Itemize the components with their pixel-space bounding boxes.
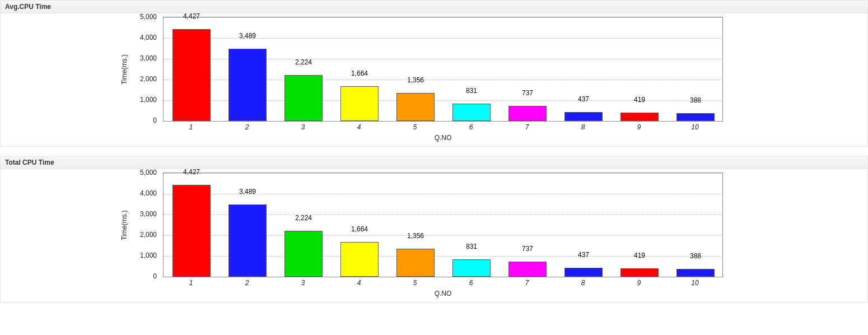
bar-value-label: 831 bbox=[466, 87, 477, 95]
y-tick-label: 2,000 bbox=[126, 75, 157, 83]
chart-1: 01,0002,0003,0004,0005,000Time(ms.)4,427… bbox=[163, 173, 723, 297]
bar-value-label: 1,356 bbox=[407, 76, 424, 84]
panel: Avg.CPU Time01,0002,0003,0004,0005,000Ti… bbox=[0, 0, 868, 147]
bar-value-label: 419 bbox=[634, 252, 645, 259]
x-tick-label: 8 bbox=[581, 123, 585, 131]
x-tick-label: 10 bbox=[691, 123, 698, 131]
x-tick-label: 3 bbox=[301, 279, 305, 287]
panel-body: 01,0002,0003,0004,0005,000Time(ms.)4,427… bbox=[1, 13, 867, 146]
x-tick-label: 2 bbox=[245, 123, 249, 131]
x-tick-label: 5 bbox=[413, 279, 417, 287]
bar[interactable] bbox=[452, 104, 491, 121]
x-tick-label: 8 bbox=[581, 279, 585, 287]
y-tick-label: 1,000 bbox=[126, 96, 157, 104]
bar-value-label: 1,664 bbox=[351, 69, 368, 77]
bar-value-label: 2,224 bbox=[295, 214, 312, 222]
panel: Total CPU Time01,0002,0003,0004,0005,000… bbox=[0, 156, 868, 303]
bar-value-label: 737 bbox=[522, 89, 533, 97]
bar[interactable] bbox=[284, 75, 323, 121]
bar[interactable] bbox=[396, 249, 435, 277]
bar[interactable] bbox=[676, 113, 715, 121]
y-tick-label: 0 bbox=[126, 272, 157, 280]
bar-value-label: 437 bbox=[578, 95, 589, 103]
bar[interactable] bbox=[620, 268, 659, 277]
y-axis-title: Time(ms.) bbox=[120, 210, 128, 240]
y-tick-label: 2,000 bbox=[126, 231, 157, 239]
bar[interactable] bbox=[396, 93, 435, 121]
bar[interactable] bbox=[340, 242, 379, 277]
bar[interactable] bbox=[620, 113, 659, 122]
bar-value-label: 2,224 bbox=[295, 58, 312, 66]
x-tick-label: 6 bbox=[469, 123, 473, 131]
bar[interactable] bbox=[172, 185, 211, 277]
bar[interactable] bbox=[508, 262, 547, 277]
x-tick-label: 9 bbox=[637, 123, 641, 131]
plot-area: 01,0002,0003,0004,0005,000Time(ms.)4,427… bbox=[163, 173, 723, 277]
x-tick-label: 7 bbox=[525, 123, 529, 131]
bar-value-label: 4,427 bbox=[183, 168, 200, 176]
panel-title: Total CPU Time bbox=[1, 156, 867, 169]
bar-value-label: 831 bbox=[466, 243, 477, 250]
x-tick-label: 3 bbox=[301, 123, 305, 131]
y-tick-label: 3,000 bbox=[126, 54, 157, 62]
x-axis-title: Q.NO bbox=[163, 134, 723, 142]
x-tick-label: 4 bbox=[357, 279, 361, 287]
bar-value-label: 419 bbox=[634, 96, 645, 104]
bar[interactable] bbox=[508, 106, 547, 121]
bar[interactable] bbox=[676, 269, 715, 277]
bar-value-label: 388 bbox=[690, 252, 701, 260]
x-tick-label: 1 bbox=[189, 279, 193, 287]
x-tick-label: 10 bbox=[691, 279, 698, 287]
bar-value-label: 437 bbox=[578, 251, 589, 259]
y-tick-label: 4,000 bbox=[126, 34, 157, 41]
bar[interactable] bbox=[564, 268, 603, 277]
y-tick-label: 5,000 bbox=[126, 169, 157, 176]
bar[interactable] bbox=[172, 29, 211, 121]
x-tick-label: 7 bbox=[525, 279, 529, 287]
bar-value-label: 3,489 bbox=[239, 32, 256, 40]
y-tick-label: 1,000 bbox=[126, 252, 157, 259]
bar-value-label: 1,664 bbox=[351, 225, 368, 233]
x-tick-label: 1 bbox=[189, 123, 193, 131]
chart-0: 01,0002,0003,0004,0005,000Time(ms.)4,427… bbox=[163, 17, 723, 142]
bar-value-label: 388 bbox=[690, 96, 701, 104]
x-tick-label: 9 bbox=[637, 279, 641, 287]
bar-value-label: 4,427 bbox=[183, 12, 200, 20]
y-tick-label: 3,000 bbox=[126, 210, 157, 218]
y-tick-label: 5,000 bbox=[126, 13, 157, 21]
x-axis-title: Q.NO bbox=[163, 290, 723, 297]
plot-area: 01,0002,0003,0004,0005,000Time(ms.)4,427… bbox=[163, 17, 723, 122]
x-tick-label: 6 bbox=[469, 279, 473, 287]
panel-title: Avg.CPU Time bbox=[1, 1, 867, 13]
bar[interactable] bbox=[284, 231, 323, 277]
bar[interactable] bbox=[228, 204, 267, 277]
x-tick-label: 5 bbox=[413, 123, 417, 131]
bar[interactable] bbox=[564, 112, 603, 121]
y-tick-label: 4,000 bbox=[126, 189, 157, 197]
x-tick-label: 2 bbox=[245, 279, 249, 287]
panel-body: 01,0002,0003,0004,0005,000Time(ms.)4,427… bbox=[1, 169, 867, 302]
bar[interactable] bbox=[340, 86, 379, 121]
bar[interactable] bbox=[452, 259, 491, 277]
y-axis-title: Time(ms.) bbox=[120, 54, 128, 85]
bar[interactable] bbox=[228, 49, 267, 121]
y-tick-label: 0 bbox=[126, 117, 157, 124]
bar-value-label: 737 bbox=[522, 245, 533, 253]
x-tick-label: 4 bbox=[357, 123, 361, 131]
bar-value-label: 1,356 bbox=[407, 232, 424, 240]
bar-value-label: 3,489 bbox=[239, 188, 256, 196]
